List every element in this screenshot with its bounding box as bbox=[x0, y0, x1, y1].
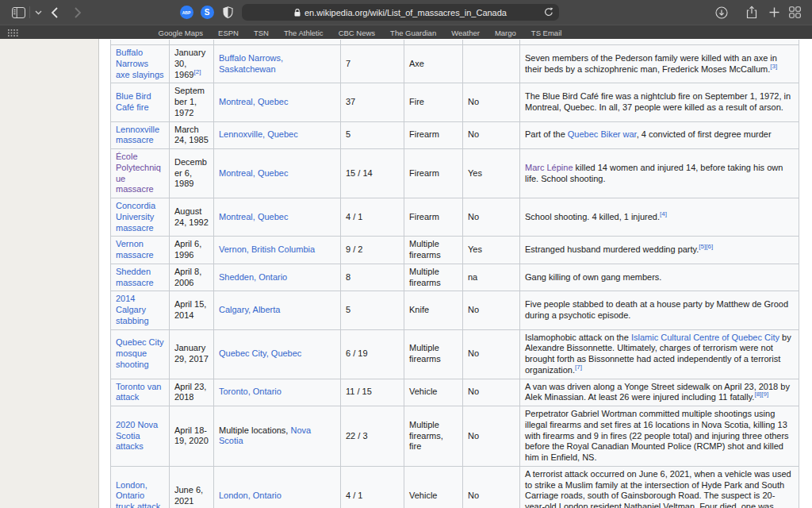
description-link[interactable]: Islamic Cultural Centre of Quebec City bbox=[631, 333, 779, 342]
date-cell: January 30, 1969[2] bbox=[170, 45, 214, 83]
description-cell: Five people stabbed to death at a house … bbox=[520, 291, 799, 329]
reference-link[interactable]: [2] bbox=[193, 68, 201, 75]
terrorism-cell: No bbox=[463, 198, 520, 237]
event-name-cell: London, Ontario truck attack bbox=[111, 466, 170, 508]
event-link[interactable]: Buffalo Narrows axe slayings bbox=[116, 48, 164, 79]
massacres-table: Buffalo Narrows axe slayingsJanuary 30, … bbox=[110, 40, 799, 508]
event-link[interactable]: Concordia University massacre bbox=[116, 201, 155, 233]
back-button[interactable] bbox=[46, 0, 62, 25]
favorite-bookmark[interactable]: Weather bbox=[451, 29, 480, 37]
method-cell: Firearm bbox=[404, 198, 463, 237]
reload-button[interactable] bbox=[544, 6, 553, 17]
event-link[interactable]: Vernon massacre bbox=[116, 239, 154, 260]
location-link[interactable]: Toronto, Ontario bbox=[219, 387, 282, 396]
location-link[interactable]: Montreal, Quebec bbox=[219, 212, 288, 221]
date-cell: April 8, 2006 bbox=[170, 264, 214, 291]
location-link[interactable]: Nova Scotia bbox=[219, 425, 311, 446]
method-cell: Multiple firearms bbox=[404, 237, 463, 264]
method-cell: Firearm bbox=[404, 149, 463, 198]
event-link[interactable]: London, Ontario truck attack bbox=[116, 480, 160, 508]
favorite-bookmark[interactable]: TS Email bbox=[531, 29, 562, 37]
table-row: Buffalo Narrows axe slayingsJanuary 30, … bbox=[111, 45, 799, 83]
description-cell: Estranged husband murdered wedding party… bbox=[520, 237, 799, 264]
url-text: en.wikipedia.org/wiki/List_of_massacres_… bbox=[304, 8, 507, 17]
deaths-cell: 4 / 1 bbox=[341, 198, 404, 237]
method-cell: Multiple firearms bbox=[404, 329, 463, 379]
event-name-cell: Vernon massacre bbox=[111, 237, 170, 264]
reference-link[interactable]: [3] bbox=[770, 63, 777, 70]
location-link[interactable]: Vernon, British Columbia bbox=[219, 244, 315, 254]
method-cell: Fire bbox=[404, 83, 463, 121]
reference-link[interactable]: [7] bbox=[575, 364, 582, 371]
location-cell: Lennoxville, Quebec bbox=[214, 121, 341, 149]
location-cell: Multiple locations, Nova Scotia bbox=[214, 406, 341, 467]
description-cell: The Blue Bird Café fire was a nightclub … bbox=[520, 83, 799, 121]
location-cell: Montreal, Quebec bbox=[214, 198, 341, 237]
favorite-bookmark[interactable]: CBC News bbox=[339, 29, 375, 37]
event-link[interactable]: 2020 Nova Scotia attacks bbox=[116, 420, 158, 452]
forward-button[interactable] bbox=[70, 0, 86, 25]
favorites-bar: Google MapsESPNTSNThe AthleticCBC NewsTh… bbox=[0, 25, 812, 39]
table-row: Quebec City mosque shootingJanuary 29, 2… bbox=[111, 329, 799, 379]
deaths-cell: 22 / 3 bbox=[341, 406, 404, 467]
s-extension-icon[interactable]: S bbox=[198, 0, 216, 25]
location-link[interactable]: Montreal, Quebec bbox=[219, 168, 288, 178]
event-name-cell: 2020 Nova Scotia attacks bbox=[111, 406, 170, 467]
terrorism-cell: na bbox=[463, 264, 520, 291]
favorites-list: Google MapsESPNTSNThe AthleticCBC NewsTh… bbox=[0, 25, 766, 40]
address-bar[interactable]: en.wikipedia.org/wiki/List_of_massacres_… bbox=[242, 4, 559, 21]
event-link[interactable]: Lennoxville massacre bbox=[116, 125, 159, 145]
new-tab-button[interactable] bbox=[764, 0, 783, 25]
deaths-cell: 4 / 1 bbox=[341, 466, 404, 508]
reference-link[interactable]: [5][6] bbox=[699, 243, 713, 250]
location-link[interactable]: Montreal, Quebec bbox=[219, 97, 288, 106]
event-link[interactable]: Shedden massacre bbox=[116, 267, 154, 287]
sidebar-toggle-button[interactable] bbox=[10, 0, 27, 25]
location-link[interactable]: Lennoxville, Quebec bbox=[219, 129, 298, 139]
tab-overview-button[interactable] bbox=[785, 0, 804, 25]
location-cell: Shedden, Ontario bbox=[214, 264, 341, 291]
deaths-cell: 7 bbox=[341, 45, 404, 83]
event-name-cell: Blue Bird Café fire bbox=[111, 83, 170, 121]
event-link[interactable]: Blue Bird Café fire bbox=[116, 91, 151, 112]
location-link[interactable]: Shedden, Ontario bbox=[219, 272, 287, 282]
favorite-bookmark[interactable]: ESPN bbox=[218, 29, 239, 37]
location-link[interactable]: Quebec City, Quebec bbox=[219, 348, 301, 358]
location-link[interactable]: Calgary, Alberta bbox=[219, 305, 280, 314]
adblock-extension-icon[interactable]: ABP bbox=[178, 0, 195, 25]
sidebar-chevron-down-icon[interactable] bbox=[33, 0, 44, 25]
event-link[interactable]: Quebec City mosque shooting bbox=[116, 337, 164, 369]
shield-extension-icon[interactable] bbox=[219, 0, 236, 25]
event-link[interactable]: École Polytechnique massacre bbox=[116, 152, 161, 194]
deaths-cell: 5 bbox=[341, 291, 404, 329]
location-link[interactable]: Buffalo Narrows, Saskatchewan bbox=[219, 53, 283, 74]
description-link[interactable]: Quebec Biker war bbox=[568, 129, 637, 139]
downloads-button[interactable] bbox=[712, 0, 731, 25]
event-link[interactable]: Toronto van attack bbox=[116, 382, 161, 402]
event-name-cell: Lennoxville massacre bbox=[111, 121, 170, 149]
favorite-bookmark[interactable]: Google Maps bbox=[159, 29, 204, 37]
favorite-bookmark[interactable]: Margo bbox=[495, 29, 516, 37]
favorite-bookmark[interactable]: The Athletic bbox=[284, 29, 324, 37]
terrorism-cell: Yes bbox=[463, 237, 520, 264]
description-cell: School shooting. 4 killed, 1 injured.[4] bbox=[520, 198, 799, 237]
terrorism-cell: No bbox=[463, 406, 520, 467]
reference-link[interactable]: [8][9] bbox=[754, 391, 768, 398]
date-cell: June 6, 2021 bbox=[170, 466, 214, 508]
favorite-bookmark[interactable]: The Guardian bbox=[390, 29, 436, 37]
event-name-cell: Buffalo Narrows axe slayings bbox=[111, 45, 170, 83]
deaths-cell: 11 / 15 bbox=[341, 379, 404, 406]
favorite-bookmark[interactable]: TSN bbox=[254, 29, 269, 37]
table-row: École Polytechnique massacreDecember 6, … bbox=[111, 149, 799, 198]
deaths-cell: 6 / 19 bbox=[341, 329, 404, 379]
deaths-cell: 15 / 14 bbox=[341, 149, 404, 198]
location-cell: Vernon, British Columbia bbox=[214, 237, 341, 264]
browser-toolbar: ABP S en.wikipedia.org/wiki/List_of_mass… bbox=[0, 0, 812, 25]
date-cell: April 18-19, 2020 bbox=[170, 406, 214, 467]
description-link[interactable]: Marc Lépine bbox=[525, 163, 573, 172]
table-row: Lennoxville massacreMarch 24, 1985Lennox… bbox=[111, 121, 799, 149]
share-button[interactable] bbox=[742, 0, 761, 25]
location-link[interactable]: London, Ontario bbox=[219, 491, 282, 500]
reference-link[interactable]: [4] bbox=[660, 210, 667, 217]
event-link[interactable]: 2014 Calgary stabbing bbox=[116, 294, 149, 325]
